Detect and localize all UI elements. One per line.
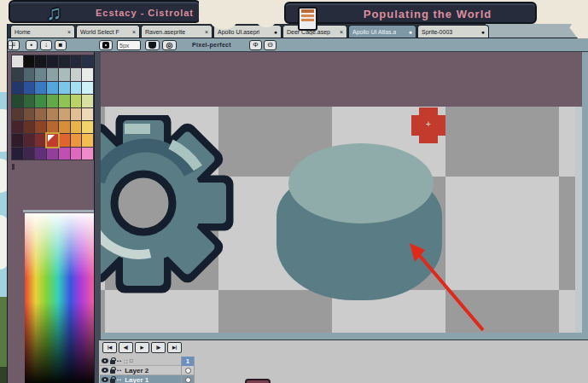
tab-close-icon[interactable]: × [205, 29, 208, 35]
palette-option-button[interactable]: ↓ [40, 40, 52, 50]
editor-tab[interactable]: Sprite-0003 ● [417, 25, 489, 38]
editor-tab[interactable]: Home × [10, 25, 75, 38]
symmetry-button[interactable]: Θ [264, 40, 277, 50]
playback-button[interactable]: ▶| [167, 342, 182, 353]
palette-swatch[interactable] [24, 134, 35, 146]
palette-swatch[interactable] [82, 108, 93, 120]
palette-swatch[interactable] [82, 121, 93, 133]
palette-swatch[interactable] [47, 121, 58, 133]
cel-cell[interactable] [181, 366, 195, 375]
palette-swatch[interactable] [59, 95, 70, 107]
brush-size-input[interactable] [117, 40, 141, 50]
palette-swatch[interactable] [82, 68, 93, 80]
vertical-scrollbar[interactable] [575, 107, 582, 333]
palette-swatch[interactable] [35, 55, 46, 67]
palette-swatch[interactable] [71, 148, 82, 160]
palette-swatch[interactable] [35, 148, 46, 160]
palette-swatch[interactable] [71, 134, 82, 146]
palette-swatch[interactable] [12, 55, 23, 67]
visibility-icon[interactable] [102, 358, 108, 363]
tab-close-icon[interactable]: ● [481, 29, 485, 35]
palette-swatch[interactable] [35, 82, 46, 94]
palette-swatch[interactable] [35, 134, 46, 146]
palette-swatch[interactable] [35, 95, 46, 107]
palette-swatch[interactable] [71, 121, 82, 133]
palette-swatch[interactable] [12, 121, 23, 133]
palette-swatch[interactable] [71, 108, 82, 120]
playback-button[interactable]: |▶ [151, 342, 166, 353]
palette-swatch[interactable] [59, 134, 70, 146]
palette-swatch[interactable] [24, 82, 35, 94]
palette-swatch[interactable] [12, 95, 23, 107]
palette-swatch[interactable] [35, 121, 46, 133]
playback-button[interactable]: ◀| [119, 342, 133, 353]
palette-swatch[interactable] [24, 68, 35, 80]
tab-close-icon[interactable]: × [132, 29, 136, 35]
palette-swatch[interactable] [12, 108, 23, 120]
tab-close-icon[interactable]: ● [274, 29, 277, 35]
palette-swatch[interactable] [59, 121, 70, 133]
tab-close-icon[interactable]: × [67, 29, 71, 35]
tab-close-icon[interactable]: ● [409, 29, 412, 35]
palette-swatch[interactable] [12, 82, 23, 94]
palette-swatch[interactable] [12, 68, 23, 80]
frame-number[interactable]: 1 [181, 357, 195, 366]
palette-swatch[interactable] [47, 134, 58, 146]
onion-skin-icon[interactable]: ∷ [124, 358, 128, 364]
palette-swatch[interactable] [24, 55, 35, 67]
cel-icon[interactable]: □ [130, 358, 134, 363]
palette-swatch[interactable] [59, 68, 70, 80]
palette-swatch[interactable] [47, 82, 58, 94]
visibility-icon[interactable] [102, 377, 108, 382]
palette-swatch[interactable] [12, 148, 23, 160]
palette-swatch[interactable] [59, 82, 70, 94]
palette-swatch[interactable] [47, 108, 58, 120]
panel-splitter[interactable] [94, 52, 101, 383]
symmetry-button[interactable]: – [8, 40, 13, 50]
symmetry-button[interactable]: Φ [249, 40, 262, 50]
palette-swatch[interactable] [71, 68, 82, 80]
layer-row[interactable]: •• Layer 2 [100, 366, 194, 375]
palette-swatch[interactable] [82, 55, 93, 67]
lock-icon[interactable] [110, 369, 115, 374]
palette-swatch[interactable] [82, 95, 93, 107]
color-spectrum-picker[interactable] [25, 213, 94, 383]
palette-swatch[interactable] [47, 68, 58, 80]
visibility-icon[interactable] [102, 368, 108, 373]
sprite-canvas[interactable]: + [101, 107, 582, 333]
editor-tab[interactable]: World Select F × [76, 25, 140, 38]
lock-icon[interactable] [110, 379, 115, 383]
palette-swatch[interactable] [24, 108, 35, 120]
ink-type-button[interactable] [145, 40, 160, 50]
editor-tab[interactable]: Raven.aseprite × [141, 25, 212, 38]
palette-swatch[interactable] [35, 108, 46, 120]
palette-swatch[interactable] [82, 134, 93, 146]
palette-swatch[interactable] [24, 95, 35, 107]
palette-swatch[interactable] [24, 148, 35, 160]
palette-swatch[interactable] [59, 55, 70, 67]
palette-swatch[interactable] [24, 121, 35, 133]
palette-swatch[interactable] [47, 95, 58, 107]
dither-button[interactable]: ◎ [162, 40, 177, 50]
palette-swatch[interactable] [35, 68, 46, 80]
brush-shape-button[interactable] [99, 40, 113, 50]
lock-icon[interactable] [110, 360, 115, 364]
layer-row[interactable]: •• Layer 1 [100, 375, 194, 383]
editor-tab[interactable]: Apollo UI Atlas.a ● [348, 25, 416, 38]
palette-swatch[interactable] [71, 95, 82, 107]
palette-swatch[interactable] [12, 134, 23, 146]
palette-swatch[interactable] [71, 82, 82, 94]
palette-swatch[interactable] [59, 108, 70, 120]
palette-swatch[interactable] [47, 55, 58, 67]
palette-swatch[interactable] [71, 55, 82, 67]
palette-option-button[interactable]: ▪ [26, 40, 38, 50]
palette-swatch[interactable] [47, 148, 58, 160]
palette-swatch[interactable] [59, 148, 70, 160]
tab-close-icon[interactable]: × [340, 29, 343, 35]
palette-option-button[interactable]: ■ [55, 40, 67, 50]
palette-swatch[interactable] [82, 148, 93, 160]
palette-swatch[interactable] [82, 82, 93, 94]
playback-button[interactable]: ▶ [135, 342, 149, 353]
cel-cell[interactable] [181, 375, 195, 383]
playback-button[interactable]: |◀ [102, 342, 117, 353]
